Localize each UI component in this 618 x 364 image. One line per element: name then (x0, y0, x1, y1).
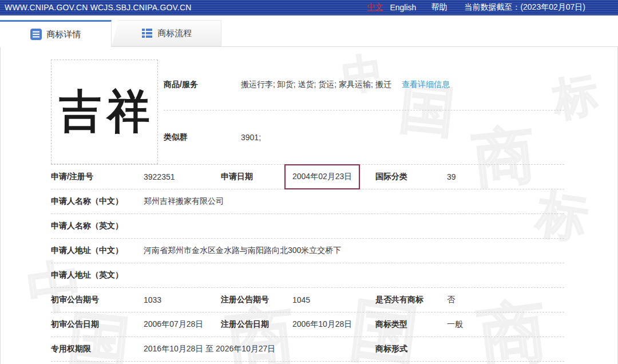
term-label: 专用权期限 (51, 344, 144, 354)
term-value: 2016年10月28日 至 2026年10月27日 (144, 344, 375, 354)
site-urls: WWW.CNIPA.GOV.CN WCJS.SBJ.CNIPA.GOV.CN (5, 3, 192, 12)
mark-form-label: 商标形式 (375, 344, 447, 354)
registration-row: 申请/注册号 3922351 申请日期 2004年02月23日 国际分类 39 (51, 165, 564, 189)
applicant-cn-label: 申请人名称（中文） (51, 196, 144, 207)
apply-date-value-highlighted: 2004年02月23日 (284, 164, 360, 189)
gazette-no-row: 初审公告期号 1033 注册公告期号 1045 是否共有商标 否 (51, 288, 564, 312)
shared-mark-value: 否 (447, 295, 564, 305)
first-gazette-date-label: 初审公告日期 (51, 319, 144, 330)
applicant-cn-value: 郑州吉祥搬家有限公司 (144, 196, 564, 207)
topbar-nav: 中文 English 帮助 当前数据截至：(2023年02月07日) (367, 2, 585, 13)
detail-list-icon (30, 29, 42, 40)
reg-gazette-date-label: 注册公告日期 (221, 319, 292, 330)
term-row: 专用权期限 2016年10月28日 至 2026年10月27日 商标形式 (51, 337, 564, 362)
address-cn-value: 河南省郑州市金水区金水路与南阳路向北300米立交桥下 (144, 246, 564, 256)
field-rows: 申请/注册号 3922351 申请日期 2004年02月23日 国际分类 39 … (51, 164, 564, 362)
reg-no-label: 申请/注册号 (51, 172, 144, 182)
trademark-image: 吉祥 (51, 60, 158, 164)
lang-english-link[interactable]: English (390, 3, 416, 12)
tab-label: 商标详情 (47, 29, 81, 40)
reg-gazette-date-value: 2006年10月28日 (292, 319, 375, 330)
address-cn-label: 申请人地址（中文） (51, 246, 144, 256)
similar-group-row: 类似群 3901; (164, 110, 564, 164)
trademark-summary-section: 吉祥 商品/服务 搬运行李; 卸货; 送货; 货运; 家具运输; 搬迁 查看详细… (51, 60, 564, 164)
reg-no-value: 3922351 (144, 172, 221, 181)
data-until-label: 当前数据截至：(2023年02月07日) (464, 2, 585, 13)
goods-services-value: 搬运行李; 卸货; 送货; 货运; 家具运输; 搬迁 (241, 80, 391, 90)
address-en-row: 申请人地址（英文） (51, 263, 564, 288)
goods-services-label: 商品/服务 (164, 80, 241, 90)
applicant-en-label: 申请人名称（英文） (51, 221, 144, 231)
mark-type-label: 商标类型 (375, 319, 447, 330)
address-en-label: 申请人地址（英文） (51, 270, 144, 280)
help-link[interactable]: 帮助 (431, 2, 447, 13)
similar-group-label: 类似群 (164, 132, 241, 143)
lang-chinese-link[interactable]: 中文 (367, 2, 383, 13)
trademark-detail-panel: 中国商标标中国商国商 吉祥 商品/服务 搬运行李; 卸货; 送货; 货运; 家具… (0, 46, 618, 364)
address-cn-row: 申请人地址（中文） 河南省郑州市金水区金水路与南阳路向北300米立交桥下 (51, 239, 564, 263)
tab-trademark-process[interactable]: 商标流程 (112, 20, 221, 46)
mark-type-value: 一般 (447, 319, 564, 330)
first-gazette-no-label: 初审公告期号 (51, 295, 144, 305)
first-gazette-no-value: 1033 (144, 295, 221, 304)
goods-services-row: 商品/服务 搬运行李; 卸货; 送货; 货运; 家具运输; 搬迁 查看详细信息 (164, 60, 564, 110)
top-site-bar: WWW.CNIPA.GOV.CN WCJS.SBJ.CNIPA.GOV.CN 中… (0, 0, 618, 15)
process-list-icon (141, 27, 153, 39)
similar-group-value: 3901; (241, 133, 261, 142)
tab-label: 商标流程 (158, 28, 192, 39)
applicant-en-row: 申请人名称（英文） (51, 214, 564, 239)
shared-mark-label: 是否共有商标 (375, 295, 447, 305)
tab-trademark-detail[interactable]: 商标详情 (0, 20, 112, 47)
apply-date-label: 申请日期 (221, 172, 292, 182)
applicant-cn-row: 申请人名称（中文） 郑州吉祥搬家有限公司 (51, 189, 564, 214)
tab-bar: 商标详情 商标流程 (0, 20, 618, 46)
intl-class-label: 国际分类 (375, 172, 447, 182)
first-gazette-date-value: 2006年07月28日 (144, 319, 221, 330)
reg-gazette-no-label: 注册公告期号 (221, 295, 292, 305)
reg-gazette-no-value: 1045 (292, 295, 375, 304)
intl-class-value: 39 (447, 172, 564, 181)
view-details-link[interactable]: 查看详细信息 (402, 80, 450, 90)
gazette-date-row: 初审公告日期 2006年07月28日 注册公告日期 2006年10月28日 商标… (51, 312, 564, 337)
trademark-mark-text: 吉祥 (54, 81, 156, 143)
